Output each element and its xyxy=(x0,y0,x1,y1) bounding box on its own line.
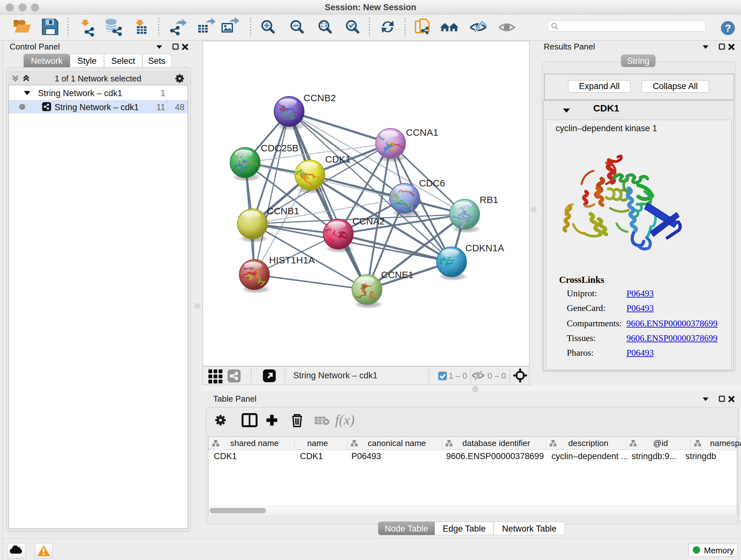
svg-text:CCNB1: CCNB1 xyxy=(267,206,299,216)
svg-text:HIST1H1A: HIST1H1A xyxy=(269,255,315,265)
svg-text:RB1: RB1 xyxy=(480,194,498,205)
svg-text:CCNA2: CCNA2 xyxy=(352,216,385,226)
svg-text:CDC25B: CDC25B xyxy=(261,143,298,153)
svg-text:?: ? xyxy=(725,22,731,34)
svg-text:CCNE1: CCNE1 xyxy=(381,269,414,280)
svg-text:CCNA1: CCNA1 xyxy=(406,127,439,138)
svg-text:CDK1: CDK1 xyxy=(325,154,351,165)
svg-text:f(x): f(x) xyxy=(335,412,354,428)
svg-text:CDKN1A: CDKN1A xyxy=(465,243,504,253)
svg-text:CDC6: CDC6 xyxy=(419,178,445,188)
svg-text:CCNB2: CCNB2 xyxy=(304,92,336,103)
